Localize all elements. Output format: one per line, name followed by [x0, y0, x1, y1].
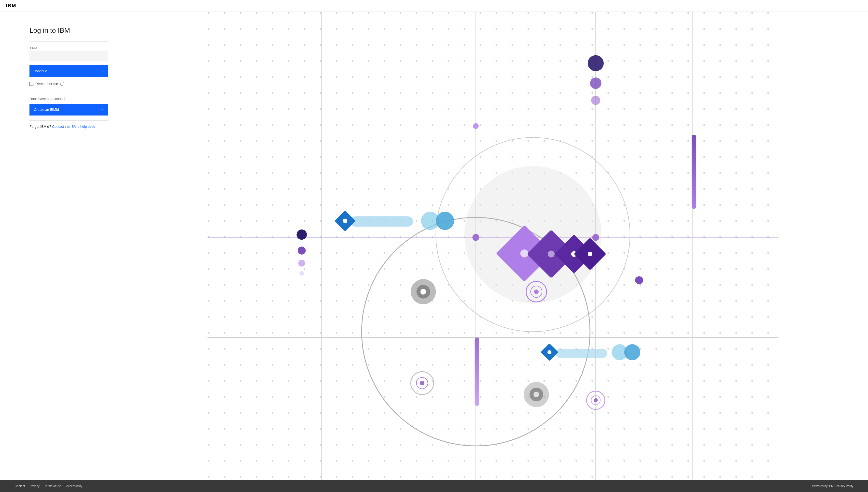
svg-point-57 — [635, 276, 643, 284]
forgot-ibmid-text: Forgot IBMid? Contact the IBMid help des… — [29, 125, 108, 128]
remember-me-info-icon[interactable]: i — [60, 82, 64, 86]
no-account-text: Don't have an account? — [29, 97, 108, 101]
svg-point-18 — [343, 219, 347, 223]
header: IBM — [0, 0, 868, 12]
decoration-panel — [118, 12, 868, 480]
svg-rect-15 — [692, 135, 696, 209]
svg-point-35 — [420, 289, 426, 294]
remember-me-label: Remember me — [35, 82, 58, 86]
svg-point-20 — [436, 212, 454, 230]
svg-point-24 — [548, 251, 555, 257]
footer-privacy-link[interactable]: Privacy — [30, 484, 39, 488]
svg-point-40 — [472, 234, 479, 241]
remember-me-checkbox[interactable] — [29, 82, 33, 86]
forgot-prefix: Forgot IBMid? — [29, 125, 52, 128]
footer-links: Contact Privacy Terms of use Accessibili… — [15, 484, 82, 488]
svg-point-50 — [624, 344, 640, 360]
main-content: Log in to IBM IBMid Continue → Remember … — [0, 12, 868, 480]
ibmid-form-group: IBMid — [29, 46, 108, 61]
middle-divider — [29, 93, 108, 93]
continue-label: Continue — [33, 69, 47, 73]
create-ibmid-button[interactable]: Create an IBMId → — [29, 104, 108, 116]
svg-point-38 — [534, 290, 538, 294]
svg-point-30 — [298, 246, 306, 254]
svg-point-28 — [588, 252, 593, 256]
footer: Contact Privacy Terms of use Accessibili… — [0, 480, 868, 492]
svg-point-13 — [590, 77, 601, 89]
ibmid-input[interactable] — [29, 51, 108, 61]
svg-point-41 — [592, 234, 599, 241]
svg-point-32 — [299, 271, 304, 276]
svg-point-39 — [473, 123, 479, 129]
ibmid-label: IBMid — [29, 46, 108, 50]
footer-accessibility-link[interactable]: Accessibility — [66, 484, 82, 488]
continue-arrow-icon: → — [100, 69, 104, 74]
svg-rect-46 — [556, 349, 607, 358]
svg-point-53 — [533, 392, 539, 397]
help-desk-link[interactable]: Contact the IBMid help desk — [52, 125, 95, 128]
svg-point-31 — [298, 260, 305, 267]
svg-point-29 — [296, 229, 307, 240]
top-divider — [29, 41, 108, 42]
login-panel: Log in to IBM IBMid Continue → Remember … — [0, 12, 118, 480]
create-ibmid-label: Create an IBMId — [34, 108, 59, 112]
page-title: Log in to IBM — [29, 27, 108, 34]
remember-me-row: Remember me i — [29, 82, 108, 86]
powered-by-text: Powered by IBM Security Verify — [812, 484, 853, 488]
footer-contact-link[interactable]: Contact — [15, 484, 25, 488]
svg-point-22 — [521, 249, 529, 257]
footer-terms-link[interactable]: Terms of use — [45, 484, 61, 488]
ibm-logo: IBM — [6, 3, 17, 8]
continue-button[interactable]: Continue → — [29, 65, 108, 77]
svg-point-45 — [420, 381, 424, 386]
svg-rect-16 — [350, 216, 413, 227]
svg-point-56 — [594, 398, 598, 402]
svg-point-12 — [588, 55, 604, 71]
svg-rect-42 — [475, 338, 479, 406]
bottom-divider — [29, 120, 108, 121]
svg-point-48 — [548, 350, 551, 354]
svg-point-14 — [591, 96, 600, 105]
create-ibmid-arrow-icon: → — [99, 107, 104, 112]
